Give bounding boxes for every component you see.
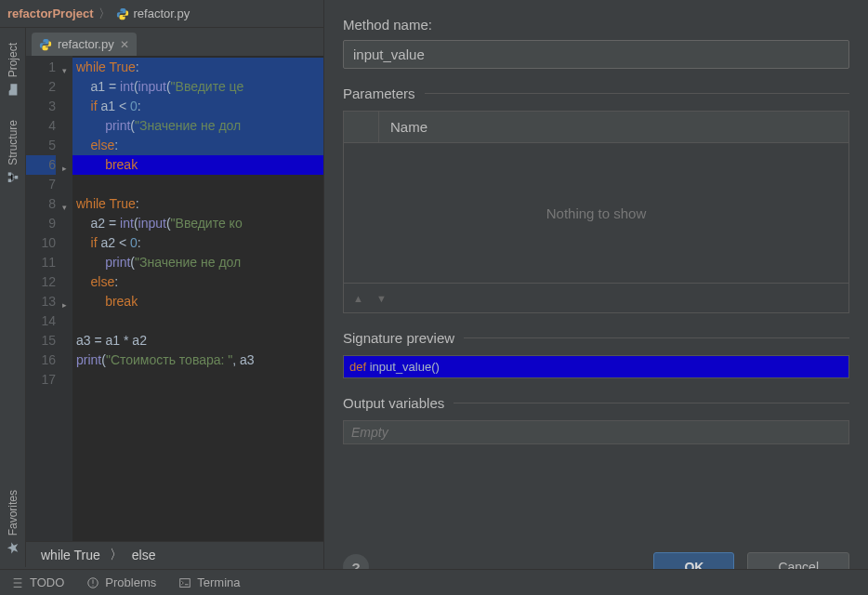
bottom-tool-bar: TODO Problems Termina xyxy=(0,569,868,595)
editor-column: refactor.py ✕ 1234567891011121314151617 … xyxy=(26,28,323,567)
parameters-toolbar: ▲ ▼ xyxy=(344,283,848,312)
fold-column[interactable]: ▾▸▾▸ xyxy=(61,56,72,541)
structure-icon xyxy=(7,171,20,184)
signature-preview: def input_value() xyxy=(343,355,849,378)
editor-breadcrumb-item[interactable]: else xyxy=(132,548,156,562)
breadcrumb-project[interactable]: refactorProject xyxy=(7,7,93,20)
line-number-gutter: 1234567891011121314151617 xyxy=(26,56,61,541)
left-tool-rail: Project Structure Favorites xyxy=(0,28,26,567)
star-icon xyxy=(7,541,20,554)
python-file-icon xyxy=(116,7,129,20)
editor-tab-label: refactor.py xyxy=(58,37,114,51)
parameters-name-column[interactable]: Name xyxy=(379,112,439,142)
tool-window-todo-label: TODO xyxy=(30,575,64,589)
folder-icon xyxy=(7,83,20,96)
tool-window-project-label: Project xyxy=(7,43,20,77)
parameters-empty-state: Nothing to show xyxy=(344,143,848,283)
todo-icon xyxy=(11,576,24,589)
parameters-section-header: Parameters xyxy=(343,86,849,101)
method-name-label: Method name: xyxy=(343,17,849,33)
tool-window-terminal-label: Termina xyxy=(197,575,240,589)
parameters-table: Name Nothing to show ▲ ▼ xyxy=(343,111,849,313)
python-file-icon xyxy=(39,38,52,51)
tool-window-favorites-label: Favorites xyxy=(7,490,20,536)
tool-window-todo[interactable]: TODO xyxy=(11,575,64,589)
parameters-table-header: Name xyxy=(344,112,848,143)
tool-window-structure[interactable]: Structure xyxy=(5,114,21,190)
extract-method-dialog: Method name: Parameters Name Nothing to … xyxy=(323,0,868,595)
svg-rect-2 xyxy=(14,176,18,179)
chevron-right-icon: 〉 xyxy=(110,547,123,563)
move-down-icon[interactable]: ▼ xyxy=(376,293,387,304)
editor-tab[interactable]: refactor.py ✕ xyxy=(32,33,137,56)
output-variables-box: Empty xyxy=(343,420,849,444)
tool-window-favorites[interactable]: Favorites xyxy=(5,484,21,560)
problems-icon xyxy=(86,576,99,589)
editor-breadcrumb[interactable]: while True 〉 else xyxy=(26,541,323,567)
method-name-input[interactable] xyxy=(343,40,849,69)
svg-rect-0 xyxy=(7,179,11,183)
tool-window-problems-label: Problems xyxy=(105,575,156,589)
breadcrumb-file[interactable]: refactor.py xyxy=(116,7,190,20)
output-variables-label: Output variables xyxy=(343,395,444,411)
tool-window-terminal[interactable]: Termina xyxy=(178,575,240,589)
svg-rect-1 xyxy=(7,173,11,177)
signature-preview-header: Signature preview xyxy=(343,330,849,346)
svg-rect-4 xyxy=(180,578,191,587)
tool-window-project[interactable]: Project xyxy=(5,37,21,101)
tool-window-problems[interactable]: Problems xyxy=(86,575,156,589)
tool-window-structure-label: Structure xyxy=(7,120,20,165)
chevron-right-icon: 〉 xyxy=(99,6,111,22)
code-editor[interactable]: 1234567891011121314151617 ▾▸▾▸ while Tru… xyxy=(26,56,323,541)
terminal-icon xyxy=(178,576,191,589)
editor-tabs: refactor.py ✕ xyxy=(26,28,323,56)
code-lines[interactable]: while True: a1 = int(input("Введите це i… xyxy=(72,56,323,541)
breadcrumb-file-label: refactor.py xyxy=(133,7,190,20)
editor-breadcrumb-item[interactable]: while True xyxy=(41,548,100,562)
signature-preview-label: Signature preview xyxy=(343,330,454,346)
parameters-label: Parameters xyxy=(343,86,415,101)
output-variables-header: Output variables xyxy=(343,395,849,411)
close-icon[interactable]: ✕ xyxy=(120,38,129,51)
move-up-icon[interactable]: ▲ xyxy=(353,293,363,304)
